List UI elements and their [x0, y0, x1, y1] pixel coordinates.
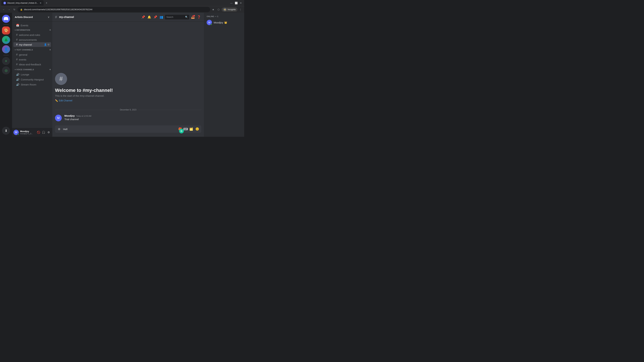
- channel-name: Lounge: [21, 73, 29, 76]
- bell-button[interactable]: 🔔: [147, 15, 152, 19]
- search-placeholder: Search: [166, 16, 173, 18]
- channel-my-channel[interactable]: # my-channel 👤 ⚙: [14, 42, 51, 47]
- window-close[interactable]: ✕: [239, 1, 243, 5]
- user-name: Moodjoy: [20, 130, 35, 133]
- header-actions: 📌 🔔 📌 👥 Search 🔍 📥 ❓: [141, 15, 201, 19]
- add-content-button[interactable]: ⊕: [56, 126, 62, 132]
- deafen-button[interactable]: 🎧: [41, 130, 46, 135]
- active-tab[interactable]: D Discord | #my-channel | Artists D... ✕: [1, 0, 44, 6]
- inbox-badge: [194, 15, 195, 16]
- discover-servers-button[interactable]: ◎: [2, 66, 10, 74]
- events-label: Events: [21, 24, 28, 27]
- speaker-icon: 🔊: [16, 78, 20, 81]
- message-header: Moodjoy Today at 12:50 AM: [64, 114, 201, 117]
- channel-events[interactable]: # events: [14, 57, 51, 62]
- information-add-button[interactable]: +: [49, 28, 51, 31]
- emoji-button[interactable]: 😊: [194, 126, 200, 132]
- extensions-button[interactable]: ⬡: [216, 7, 221, 12]
- thread-button[interactable]: 📌: [141, 15, 146, 19]
- inbox-button[interactable]: 📥: [190, 15, 195, 19]
- incognito-button[interactable]: 🕵 Incognito: [222, 7, 238, 12]
- help-button[interactable]: ❓: [196, 15, 201, 19]
- add-server-button[interactable]: +: [2, 57, 10, 65]
- hash-icon: #: [16, 63, 18, 66]
- discord-home-button[interactable]: [2, 15, 10, 23]
- address-bar[interactable]: 🔒 discord.com/channels/11823620100679352…: [18, 7, 210, 12]
- voice-channel-lounge[interactable]: 🔊 Lounge: [14, 72, 51, 77]
- grammarly-extension[interactable]: G: [179, 129, 184, 133]
- server-divider: [3, 24, 9, 25]
- mute-button[interactable]: 🚫: [36, 130, 41, 135]
- channel-name: Community Hangout: [21, 78, 44, 81]
- information-category[interactable]: ▾ INFORMATION +: [12, 28, 52, 32]
- settings-icon[interactable]: ⚙: [48, 43, 50, 46]
- browser-nav-actions: ★ ⬡ 🕵 Incognito ⋮: [211, 7, 243, 12]
- browser-nav: ← → ↻ 🔒 discord.com/channels/11823620100…: [0, 6, 244, 13]
- server-divider-2: [3, 55, 9, 55]
- message-timestamp: Today at 12:50 AM: [76, 115, 92, 117]
- speaker-icon: 🔊: [16, 73, 20, 76]
- tab-title: Discord | #my-channel | Artists D...: [8, 2, 38, 4]
- chat-input[interactable]: [63, 128, 176, 131]
- text-channels-label: TEXT CHANNELS: [16, 49, 33, 51]
- channel-welcome-and-rules[interactable]: # welcome-and-rules: [14, 32, 51, 37]
- text-channels-section: ▾ TEXT CHANNELS + # general # events # i…: [12, 48, 52, 67]
- channel-list: 📅 Events ▾ INFORMATION + # welcome-and-r…: [12, 21, 52, 128]
- incognito-label: Incognito: [228, 8, 236, 11]
- edit-channel-link[interactable]: ✏️ Edit Channel: [55, 99, 201, 102]
- window-maximize[interactable]: ⬜: [234, 1, 238, 5]
- nav-forward-button[interactable]: →: [7, 7, 12, 12]
- window-minimize[interactable]: —: [230, 1, 234, 5]
- app-container: 🎨 🌲 👤 + ◎ ⬇ Artists Discord ∨ 📅 Events: [0, 13, 244, 137]
- browser-menu-button[interactable]: ⋮: [238, 7, 243, 12]
- user-status-dot: [17, 134, 19, 135]
- server-icon-3[interactable]: 👤: [2, 45, 10, 53]
- voice-channel-community-hangout[interactable]: 🔊 Community Hangout: [14, 77, 51, 82]
- user-avatar: M: [14, 130, 19, 135]
- new-tab-button[interactable]: +: [44, 1, 49, 5]
- members-button[interactable]: 👥: [159, 15, 164, 19]
- search-bar[interactable]: Search 🔍: [165, 15, 189, 19]
- nav-refresh-button[interactable]: ↻: [12, 7, 17, 12]
- message-text: Trial channel: [64, 117, 201, 121]
- url-text: discord.com/channels/1182362010067935253…: [24, 8, 92, 11]
- hash-icon: #: [16, 33, 18, 36]
- browser-chrome: D Discord | #my-channel | Artists D... ✕…: [0, 0, 244, 13]
- voice-channel-stream-room[interactable]: 🔊 Stream Room: [14, 82, 51, 87]
- tab-close-button[interactable]: ✕: [40, 2, 42, 4]
- chat-area[interactable]: # Welcome to #my-channel! This is the st…: [52, 21, 204, 125]
- sticker-button[interactable]: 🗂️: [188, 126, 194, 132]
- voice-channels-category[interactable]: ▾ VOICE CHANNELS +: [12, 67, 52, 72]
- channel-ideas-and-feedback[interactable]: # ideas-and-feedback: [14, 62, 51, 67]
- member-moodjoy[interactable]: M Moodjoy 👑: [205, 19, 243, 26]
- server-icon-artists[interactable]: 🎨: [2, 26, 10, 34]
- bookmark-button[interactable]: ★: [211, 7, 216, 12]
- nav-back-button[interactable]: ←: [1, 7, 6, 12]
- events-item[interactable]: 📅 Events: [14, 23, 51, 28]
- chat-spacer: [55, 24, 201, 69]
- channel-name: Stream Room: [21, 83, 36, 86]
- server-header[interactable]: Artists Discord ∨: [12, 13, 52, 21]
- user-tag: moodjoy71_0...: [20, 133, 35, 135]
- hash-icon: #: [16, 43, 18, 46]
- channel-header-hash-icon: #: [55, 15, 57, 19]
- pin-button[interactable]: 📌: [153, 15, 158, 19]
- channel-name: ideas-and-feedback: [19, 63, 41, 66]
- gif-button[interactable]: GIF: [184, 128, 188, 130]
- server-sidebar: 🎨 🌲 👤 + ◎ ⬇: [0, 13, 12, 137]
- channel-header-name: my-channel: [59, 15, 74, 18]
- text-channels-add-button[interactable]: +: [49, 48, 51, 51]
- edit-channel-label: Edit Channel: [59, 99, 72, 102]
- server-icon-2[interactable]: 🌲: [2, 36, 10, 44]
- hash-icon: #: [16, 58, 18, 61]
- user-settings-button[interactable]: ⚙: [46, 130, 51, 135]
- member-badge-crown: 👑: [224, 21, 227, 24]
- download-apps-button[interactable]: ⬇: [2, 127, 10, 135]
- message-author[interactable]: Moodjoy: [64, 114, 75, 117]
- add-member-icon[interactable]: 👤: [44, 43, 47, 46]
- voice-channels-add-button[interactable]: +: [49, 68, 51, 71]
- channel-general[interactable]: # general: [14, 52, 51, 57]
- channel-announcements[interactable]: # announcements: [14, 37, 51, 42]
- online-members-label: ONLINE — 1: [205, 15, 243, 17]
- text-channels-category[interactable]: ▾ TEXT CHANNELS +: [12, 48, 52, 52]
